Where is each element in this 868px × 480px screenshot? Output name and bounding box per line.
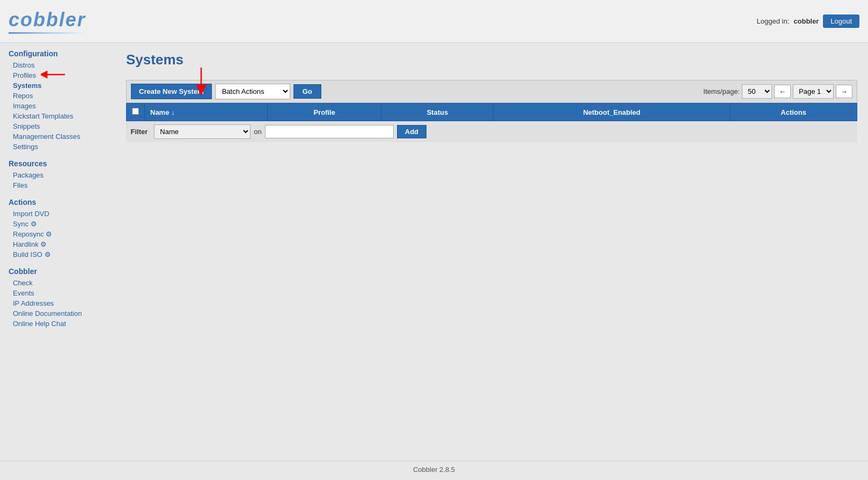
status-header[interactable]: Status xyxy=(381,104,494,121)
filter-add-button[interactable]: Add xyxy=(397,125,426,138)
actions-header[interactable]: Actions xyxy=(730,104,857,121)
filter-row: Filter Name Profile Status on Add xyxy=(127,121,857,143)
sidebar-item-hardlink[interactable]: Hardlink ⚙ xyxy=(9,239,107,249)
sidebar-item-sync[interactable]: Sync ⚙ xyxy=(9,219,107,229)
sidebar-item-ip-addresses[interactable]: IP Addresses xyxy=(9,298,107,308)
footer: Cobbler 2.8.5 xyxy=(0,461,868,480)
table-header-row: Name ↓ Profile Status Netboot_Enabled Ac… xyxy=(127,104,857,121)
sidebar-item-online-help-chat[interactable]: Online Help Chat xyxy=(9,319,107,329)
systems-table: Name ↓ Profile Status Netboot_Enabled Ac… xyxy=(126,103,857,142)
filter-on-label: on xyxy=(254,128,261,136)
logo-area: cobbler xyxy=(9,9,86,34)
sidebar-item-files[interactable]: Files xyxy=(9,180,107,190)
version-label: Cobbler 2.8.5 xyxy=(413,466,455,474)
sidebar-item-images[interactable]: Images xyxy=(9,101,107,111)
profiles-arrow xyxy=(41,69,68,80)
netboot-header[interactable]: Netboot_Enabled xyxy=(494,104,730,121)
select-all-header xyxy=(127,104,145,121)
page-title: Systems xyxy=(126,51,183,68)
content-area: Systems Create New System Batch Actions … xyxy=(115,43,868,461)
name-header[interactable]: Name ↓ xyxy=(145,104,268,121)
main-layout: Configuration Distros Profiles Systems R… xyxy=(0,43,868,461)
logout-button[interactable]: Logout xyxy=(823,14,859,28)
items-per-page-label: Items/page: xyxy=(703,87,740,95)
actions-section-title: Actions xyxy=(9,198,107,206)
cobbler-section-title: Cobbler xyxy=(9,267,107,276)
filter-label: Filter xyxy=(131,128,148,136)
sidebar-item-settings[interactable]: Settings xyxy=(9,142,107,152)
sidebar-item-check[interactable]: Check xyxy=(9,278,107,288)
items-per-page-select[interactable]: 10 25 50 100 xyxy=(742,84,772,99)
sidebar-item-systems[interactable]: Systems xyxy=(9,80,107,91)
username: cobbler xyxy=(793,17,819,25)
sidebar-item-events[interactable]: Events xyxy=(9,288,107,298)
next-page-button[interactable]: → xyxy=(836,85,852,98)
filter-inner: Filter Name Profile Status on Add xyxy=(131,124,853,139)
filter-text-input[interactable] xyxy=(265,125,394,138)
header: cobbler Logged in: cobbler Logout xyxy=(0,0,868,43)
sidebar-item-snippets[interactable]: Snippets xyxy=(9,121,107,131)
sidebar-item-build-iso[interactable]: Build ISO ⚙ xyxy=(9,249,107,260)
configuration-section-title: Configuration xyxy=(9,49,107,58)
items-per-page-area: Items/page: 10 25 50 100 ← Page 1 → xyxy=(703,84,852,99)
page-select[interactable]: Page 1 xyxy=(793,84,834,99)
user-area: Logged in: cobbler Logout xyxy=(757,14,859,28)
batch-actions-select[interactable]: Batch Actions Delete Enable Netboot Disa… xyxy=(215,84,290,99)
logo: cobbler xyxy=(9,9,86,34)
create-arrow xyxy=(185,68,217,97)
prev-page-button[interactable]: ← xyxy=(774,85,791,98)
go-button[interactable]: Go xyxy=(293,84,321,99)
filter-field-select[interactable]: Name Profile Status xyxy=(154,124,251,139)
select-all-checkbox[interactable] xyxy=(132,108,139,115)
logged-in-label: Logged in: xyxy=(757,17,790,25)
sidebar-item-repos[interactable]: Repos xyxy=(9,91,107,101)
sidebar-item-profiles[interactable]: Profiles xyxy=(9,70,107,80)
sidebar-item-import-dvd[interactable]: Import DVD xyxy=(9,209,107,219)
sidebar-item-online-documentation[interactable]: Online Documentation xyxy=(9,308,107,319)
sidebar-item-reposync[interactable]: Reposync ⚙ xyxy=(9,229,107,239)
profile-header[interactable]: Profile xyxy=(268,104,381,121)
toolbar-row: Create New System Batch Actions Delete E… xyxy=(126,80,857,103)
resources-section-title: Resources xyxy=(9,159,107,168)
sidebar-item-packages[interactable]: Packages xyxy=(9,170,107,180)
sidebar-item-management-classes[interactable]: Management Classes xyxy=(9,131,107,142)
sidebar: Configuration Distros Profiles Systems R… xyxy=(0,43,115,461)
sidebar-item-kickstart-templates[interactable]: Kickstart Templates xyxy=(9,111,107,121)
